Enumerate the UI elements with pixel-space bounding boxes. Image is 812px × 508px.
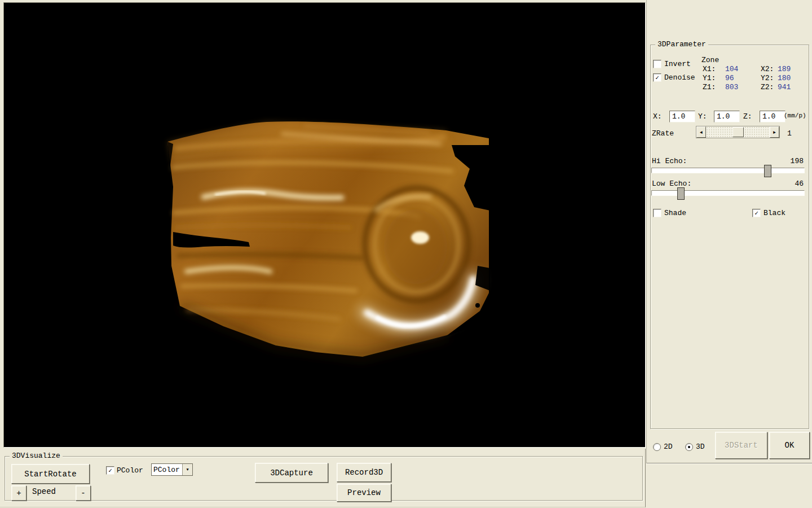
volume-render-3d xyxy=(4,3,645,447)
zone-z1-label: Z1: xyxy=(703,83,716,91)
speed-minus-button[interactable]: - xyxy=(76,485,91,501)
zone-y1-value: 96 xyxy=(725,74,734,82)
invert-checkbox[interactable] xyxy=(653,60,661,68)
zone-y1-label: Y1: xyxy=(703,74,716,82)
mode-2d-radio[interactable] xyxy=(653,443,661,451)
low-echo-slider-thumb[interactable] xyxy=(677,187,685,200)
y-scale-label: Y: xyxy=(698,112,707,121)
group-3dparameter: 3DParameter xyxy=(650,45,809,429)
preview-button[interactable]: Preview xyxy=(337,484,391,502)
record-3d-button[interactable]: Record3D xyxy=(337,463,391,482)
speed-plus-button[interactable]: + xyxy=(11,485,27,501)
pcolor-checkbox[interactable] xyxy=(106,466,114,475)
mode-3d-radio[interactable] xyxy=(685,443,693,451)
scale-unit-label: (mm/p) xyxy=(784,112,806,120)
group-3dparameter-title: 3DParameter xyxy=(655,40,708,49)
pcolor-dropdown-value: PColor xyxy=(152,464,182,475)
start-3d-button[interactable]: 3DStart xyxy=(715,432,767,459)
zone-z2-value: 941 xyxy=(778,83,791,91)
x-scale-input[interactable]: 1.0 xyxy=(669,111,695,122)
zrate-scroll-thumb[interactable] xyxy=(732,127,744,137)
low-echo-slider-track[interactable] xyxy=(651,190,805,196)
black-label: Black xyxy=(764,209,785,217)
shade-checkbox[interactable] xyxy=(653,209,661,217)
render-viewport[interactable] xyxy=(3,2,646,448)
zrate-label: ZRate xyxy=(652,129,674,138)
zone-x1-value: 104 xyxy=(725,65,738,73)
hi-echo-label: Hi Echo: xyxy=(652,157,687,165)
group-3dvisualize-title: 3DVisualize xyxy=(10,452,63,460)
hi-echo-slider-track[interactable] xyxy=(651,168,805,173)
zrate-value: 1 xyxy=(787,129,792,138)
invert-label: Invert xyxy=(664,60,691,68)
z-scale-input[interactable]: 1.0 xyxy=(760,111,785,122)
z-scale-label: Z: xyxy=(743,112,752,121)
speed-label: Speed xyxy=(32,488,56,496)
hi-echo-slider[interactable] xyxy=(651,165,804,176)
mode-3d-label: 3D xyxy=(696,443,705,451)
zone-title: Zone xyxy=(701,56,719,64)
zone-y2-label: Y2: xyxy=(761,74,774,82)
zone-z1-value: 803 xyxy=(725,83,738,91)
mode-2d-label: 2D xyxy=(664,443,673,451)
capture-3d-button[interactable]: 3DCapture xyxy=(255,463,328,483)
parameter-panel: 3DParameter Invert Denoise Zone X1: 104 … xyxy=(646,0,812,463)
denoise-checkbox[interactable] xyxy=(653,73,661,82)
low-echo-value: 46 xyxy=(778,179,804,188)
zone-x2-value: 189 xyxy=(778,65,791,73)
zrate-scrollbar[interactable]: ◄ ► xyxy=(696,126,780,138)
pcolor-label: PColor xyxy=(117,466,143,475)
zone-x2-label: X2: xyxy=(761,65,774,73)
y-scale-input[interactable]: 1.0 xyxy=(714,111,740,122)
shade-label: Shade xyxy=(664,209,686,217)
low-echo-label: Low Echo: xyxy=(652,179,691,188)
ok-button[interactable]: OK xyxy=(769,432,810,459)
pcolor-dropdown-arrow-icon[interactable]: ▼ xyxy=(182,464,192,475)
zone-z2-label: Z2: xyxy=(761,83,774,91)
hi-echo-slider-thumb[interactable] xyxy=(764,165,771,177)
zone-y2-value: 180 xyxy=(778,74,791,82)
x-scale-label: X: xyxy=(653,112,662,121)
black-checkbox[interactable] xyxy=(752,209,761,217)
denoise-label: Denoise xyxy=(664,73,695,82)
hi-echo-value: 198 xyxy=(778,157,804,165)
start-rotate-button[interactable]: StartRotate xyxy=(11,464,90,484)
zone-x1-label: X1: xyxy=(703,65,716,73)
zrate-scroll-left-arrow-icon[interactable]: ◄ xyxy=(696,126,706,138)
pcolor-dropdown[interactable]: PColor ▼ xyxy=(151,463,193,476)
low-echo-slider[interactable] xyxy=(651,187,804,199)
visualize-panel: 3DVisualize StartRotate PColor PColor ▼ … xyxy=(0,449,646,507)
zrate-scroll-right-arrow-icon[interactable]: ► xyxy=(770,126,779,138)
